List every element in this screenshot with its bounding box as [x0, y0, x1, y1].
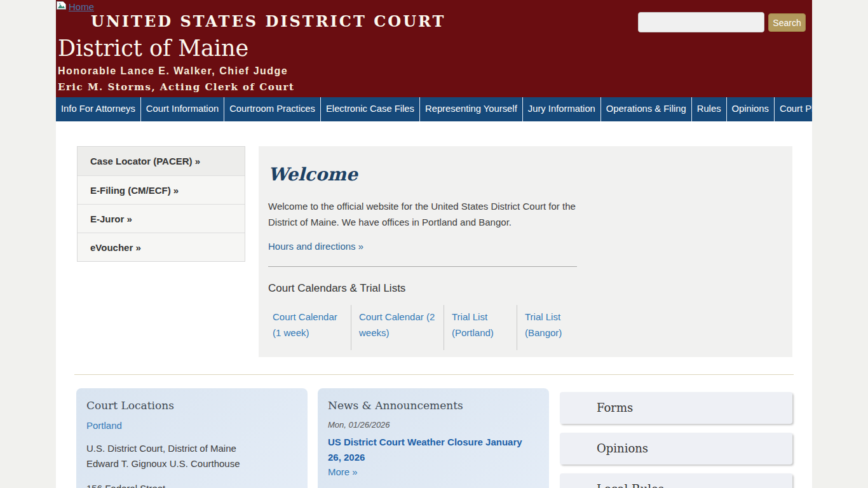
nav-item-courtroom-practices[interactable]: Courtroom Practices [224, 97, 321, 121]
nav-item-operations-filing[interactable]: Operations & Filing [601, 97, 692, 121]
address-line: 156 Federal Street [86, 481, 297, 488]
nav-item-opinions[interactable]: Opinions [727, 97, 775, 121]
calendars-title: Court Calendars & Trial Lists [268, 282, 792, 295]
court-calendar-1-week-link[interactable]: Court Calendar (1 week) [273, 305, 351, 350]
forms-link[interactable]: Forms [560, 392, 792, 424]
address-line: U.S. District Court, District of Maine [86, 441, 297, 456]
nav-item-info-for-attorneys[interactable]: Info For Attorneys [56, 97, 141, 121]
welcome-title: Welcome [268, 164, 792, 185]
court-calendar-2-weeks-link[interactable]: Court Calendar (2 weeks) [351, 305, 444, 350]
search-input[interactable] [638, 12, 764, 32]
sidebar-item-case-locator-pacer[interactable]: Case Locator (PACER) » [78, 147, 245, 175]
court-name-heading: UNITED STATES DISTRICT COURT [91, 12, 445, 30]
opinions-link[interactable]: Opinions [560, 433, 792, 464]
quick-links-column: Forms Opinions Local Rules [560, 392, 792, 488]
nav-item-representing-yourself[interactable]: Representing Yourself [420, 97, 523, 121]
welcome-divider [268, 266, 577, 267]
sidebar-item-ejuror[interactable]: E-Juror » [78, 204, 245, 233]
portland-address: U.S. District Court, District of Maine E… [86, 441, 297, 488]
chief-judge-line: Honorable Lance E. Walker, Chief Judge [58, 65, 288, 77]
nav-item-court-photos[interactable]: Court Photos [775, 97, 812, 121]
trial-list-portland-link[interactable]: Trial List (Portland) [444, 305, 517, 350]
sidebar-item-efiling-cmecf[interactable]: E-Filing (CM/ECF) » [78, 175, 245, 204]
address-line: Edward T. Gignoux U.S. Courthouse [86, 456, 297, 471]
calendar-links-row: Court Calendar (1 week) Court Calendar (… [273, 305, 792, 350]
services-sidebar: Case Locator (PACER) » E-Filing (CM/ECF)… [77, 146, 245, 262]
clerk-line: Eric M. Storms, Acting Clerk of Court [58, 81, 294, 93]
search-button[interactable]: Search [768, 13, 806, 32]
site-header: Home UNITED STATES DISTRICT COURT Distri… [56, 0, 812, 97]
home-link-label: Home [69, 1, 94, 12]
nav-item-court-information[interactable]: Court Information [141, 97, 224, 121]
broken-image-icon [57, 1, 69, 13]
sidebar-item-evoucher[interactable]: eVoucher » [78, 233, 245, 261]
welcome-panel: Welcome Welcome to the official website … [259, 146, 792, 357]
trial-list-bangor-link[interactable]: Trial List (Bangor) [517, 305, 588, 350]
footer-divider [74, 374, 794, 375]
court-locations-title: Court Locations [86, 399, 297, 412]
local-rules-link[interactable]: Local Rules [560, 473, 792, 488]
home-link[interactable]: Home [57, 1, 94, 13]
news-announcements-box: News & Announcements Mon, 01/26/2026 US … [318, 388, 549, 488]
news-more-link[interactable]: More » [328, 466, 358, 477]
site-wrapper: Home UNITED STATES DISTRICT COURT Distri… [56, 0, 812, 488]
main-nav: Info For Attorneys Court Information Cou… [56, 97, 812, 121]
nav-item-electronic-case-files[interactable]: Electronic Case Files [321, 97, 420, 121]
court-locations-box: Court Locations Portland U.S. District C… [76, 388, 308, 488]
news-headline-link[interactable]: US District Court Weather Closure Januar… [328, 435, 531, 465]
hours-directions-link[interactable]: Hours and directions » [268, 241, 363, 252]
district-name-heading: District of Maine [58, 36, 248, 61]
portland-link[interactable]: Portland [86, 420, 122, 431]
nav-item-jury-information[interactable]: Jury Information [523, 97, 601, 121]
news-title: News & Announcements [328, 399, 539, 412]
news-date: Mon, 01/26/2026 [328, 420, 539, 430]
welcome-text: Welcome to the official website for the … [268, 199, 581, 231]
nav-item-rules[interactable]: Rules [692, 97, 727, 121]
page: Home UNITED STATES DISTRICT COURT Distri… [0, 0, 868, 488]
